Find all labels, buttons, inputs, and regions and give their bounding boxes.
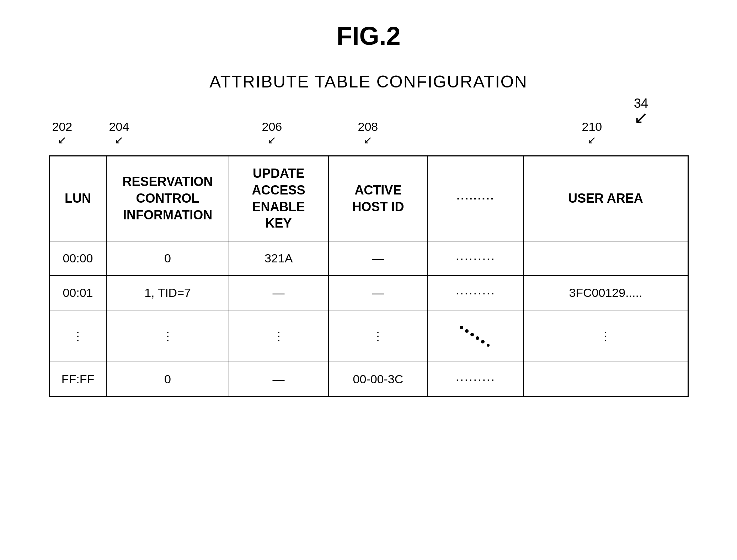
attribute-table: LUN RESERVATIONCONTROLINFORMATION UPDATE… xyxy=(49,155,689,397)
cell-rci-1: 1, TID=7 xyxy=(106,276,229,310)
page-container: FIG.2 ATTRIBUTE TABLE CONFIGURATION 34 ↙… xyxy=(0,0,737,560)
svg-point-0 xyxy=(460,326,463,329)
ref-210-number: 210 xyxy=(582,120,602,134)
ref-202: 202 ↙ xyxy=(52,120,73,146)
table-row: 00:00 0 321A — ········· xyxy=(49,241,688,276)
header-dots: ········· xyxy=(428,156,523,241)
svg-point-3 xyxy=(476,336,479,340)
table-row-continuation: ⋮ ⋮ ⋮ ⋮ ⋮ xyxy=(49,310,688,362)
cell-ahid-last: 00-00-3C xyxy=(329,362,428,397)
ref-210: 210 ↙ xyxy=(582,120,602,146)
header-rci: RESERVATIONCONTROLINFORMATION xyxy=(106,156,229,241)
cell-user-last xyxy=(523,362,688,397)
cell-dots-cont xyxy=(428,310,523,362)
table-row: 00:01 1, TID=7 — — ········· 3FC00129...… xyxy=(49,276,688,310)
ref-210-arrow: ↙ xyxy=(587,134,596,146)
cell-user-1: 3FC00129..... xyxy=(523,276,688,310)
cell-user-cont: ⋮ xyxy=(523,310,688,362)
ref-206-arrow: ↙ xyxy=(267,134,276,146)
table-header-row: LUN RESERVATIONCONTROLINFORMATION UPDATE… xyxy=(49,156,688,241)
header-ahid: ACTIVEHOST ID xyxy=(329,156,428,241)
figure-title: FIG.2 xyxy=(336,21,400,50)
ref-208-number: 208 xyxy=(358,120,378,134)
user-area-label: USER AREA xyxy=(568,191,643,206)
cell-lun-cont: ⋮ xyxy=(49,310,106,362)
cell-dots-0: ········· xyxy=(428,241,523,276)
ref-206-number: 206 xyxy=(262,120,282,134)
ref-206: 206 ↙ xyxy=(262,120,282,146)
cell-ahid-0: — xyxy=(329,241,428,276)
diagonal-dots-svg xyxy=(454,320,497,349)
header-lun: LUN xyxy=(49,156,106,241)
cell-dots-last: ········· xyxy=(428,362,523,397)
ref-204: 204 ↙ xyxy=(109,120,129,146)
ref-204-number: 204 xyxy=(109,120,129,134)
table-row: FF:FF 0 — 00-00-3C ········· xyxy=(49,362,688,397)
ref-204-arrow: ↙ xyxy=(114,134,123,146)
table-area: 202 ↙ 204 ↙ 206 ↙ 208 ↙ 210 ↙ xyxy=(49,120,689,397)
cell-uaek-1: — xyxy=(229,276,329,310)
header-user-area: USER AREA xyxy=(523,156,688,241)
cell-lun-last: FF:FF xyxy=(49,362,106,397)
ref-202-arrow: ↙ xyxy=(58,134,66,146)
svg-point-4 xyxy=(481,340,485,343)
cell-ahid-cont: ⋮ xyxy=(329,310,428,362)
cell-lun-1: 00:01 xyxy=(49,276,106,310)
section-title: ATTRIBUTE TABLE CONFIGURATION xyxy=(209,72,528,91)
ref-34-number: 34 xyxy=(634,96,648,111)
cell-rci-cont: ⋮ xyxy=(106,310,229,362)
cell-uaek-0: 321A xyxy=(229,241,329,276)
cell-rci-0: 0 xyxy=(106,241,229,276)
svg-point-5 xyxy=(487,344,490,347)
cell-dots-1: ········· xyxy=(428,276,523,310)
cell-ahid-1: — xyxy=(329,276,428,310)
ref-208-arrow: ↙ xyxy=(363,134,372,146)
cell-rci-last: 0 xyxy=(106,362,229,397)
svg-point-1 xyxy=(465,329,469,333)
cell-lun-0: 00:00 xyxy=(49,241,106,276)
cell-uaek-last: — xyxy=(229,362,329,397)
header-uaek: UPDATEACCESSENABLEKEY xyxy=(229,156,329,241)
ref-202-number: 202 xyxy=(52,120,73,134)
cell-uaek-cont: ⋮ xyxy=(229,310,329,362)
ref-208: 208 ↙ xyxy=(358,120,378,146)
cell-user-0 xyxy=(523,241,688,276)
ref-labels-row: 202 ↙ 204 ↙ 206 ↙ 208 ↙ 210 ↙ xyxy=(49,120,689,152)
svg-point-2 xyxy=(470,333,474,336)
